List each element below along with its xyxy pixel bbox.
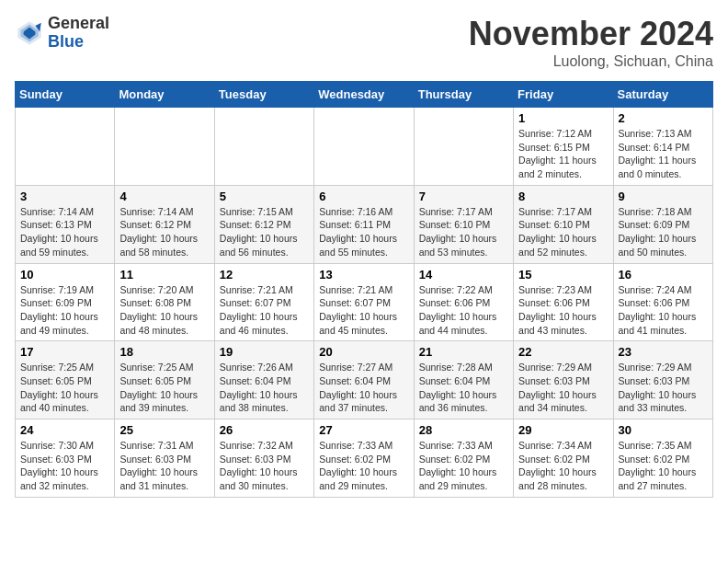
logo-blue-text: Blue bbox=[48, 33, 109, 52]
calendar-cell: 22Sunrise: 7:29 AMSunset: 6:03 PMDayligh… bbox=[514, 341, 613, 419]
page-header: General Blue November 2024 Luolong, Sich… bbox=[15, 15, 713, 70]
day-info: Sunrise: 7:18 AMSunset: 6:09 PMDaylight:… bbox=[619, 205, 708, 259]
day-number: 21 bbox=[419, 345, 508, 359]
calendar-cell: 11Sunrise: 7:20 AMSunset: 6:08 PMDayligh… bbox=[115, 263, 214, 341]
week-row-1: 1Sunrise: 7:12 AMSunset: 6:15 PMDaylight… bbox=[16, 108, 713, 186]
week-row-4: 17Sunrise: 7:25 AMSunset: 6:05 PMDayligh… bbox=[16, 341, 713, 419]
day-info: Sunrise: 7:24 AMSunset: 6:06 PMDaylight:… bbox=[619, 283, 708, 338]
calendar-cell: 1Sunrise: 7:12 AMSunset: 6:15 PMDaylight… bbox=[514, 108, 613, 186]
weekday-header-wednesday: Wednesday bbox=[314, 82, 414, 108]
day-info: Sunrise: 7:25 AMSunset: 6:05 PMDaylight:… bbox=[20, 361, 109, 415]
calendar-cell: 17Sunrise: 7:25 AMSunset: 6:05 PMDayligh… bbox=[16, 341, 115, 419]
day-info: Sunrise: 7:27 AMSunset: 6:04 PMDaylight:… bbox=[319, 361, 408, 415]
day-number: 1 bbox=[518, 111, 608, 125]
calendar-cell: 2Sunrise: 7:13 AMSunset: 6:14 PMDaylight… bbox=[613, 108, 712, 186]
logo-icon bbox=[15, 18, 44, 48]
calendar-cell: 18Sunrise: 7:25 AMSunset: 6:05 PMDayligh… bbox=[115, 341, 214, 419]
location: Luolong, Sichuan, China bbox=[469, 53, 713, 70]
day-info: Sunrise: 7:31 AMSunset: 6:03 PMDaylight:… bbox=[119, 439, 209, 493]
day-info: Sunrise: 7:19 AMSunset: 6:09 PMDaylight:… bbox=[20, 283, 109, 338]
day-number: 2 bbox=[619, 111, 708, 125]
week-row-3: 10Sunrise: 7:19 AMSunset: 6:09 PMDayligh… bbox=[16, 263, 713, 341]
day-info: Sunrise: 7:35 AMSunset: 6:02 PMDaylight:… bbox=[619, 439, 708, 493]
day-info: Sunrise: 7:32 AMSunset: 6:03 PMDaylight:… bbox=[220, 439, 309, 493]
calendar-cell: 29Sunrise: 7:34 AMSunset: 6:02 PMDayligh… bbox=[514, 419, 613, 498]
calendar-cell: 23Sunrise: 7:29 AMSunset: 6:03 PMDayligh… bbox=[613, 341, 712, 419]
day-number: 23 bbox=[619, 345, 708, 359]
calendar-cell: 15Sunrise: 7:23 AMSunset: 6:06 PMDayligh… bbox=[514, 263, 613, 341]
calendar-cell: 30Sunrise: 7:35 AMSunset: 6:02 PMDayligh… bbox=[613, 419, 712, 498]
day-info: Sunrise: 7:23 AMSunset: 6:06 PMDaylight:… bbox=[518, 283, 608, 338]
calendar-cell: 21Sunrise: 7:28 AMSunset: 6:04 PMDayligh… bbox=[414, 341, 513, 419]
day-number: 13 bbox=[319, 268, 408, 282]
calendar-cell: 19Sunrise: 7:26 AMSunset: 6:04 PMDayligh… bbox=[214, 341, 313, 419]
calendar-cell: 27Sunrise: 7:33 AMSunset: 6:02 PMDayligh… bbox=[314, 419, 414, 498]
day-info: Sunrise: 7:34 AMSunset: 6:02 PMDaylight:… bbox=[518, 439, 608, 493]
day-number: 20 bbox=[319, 345, 408, 359]
day-info: Sunrise: 7:29 AMSunset: 6:03 PMDaylight:… bbox=[518, 361, 608, 415]
calendar-cell: 3Sunrise: 7:14 AMSunset: 6:13 PMDaylight… bbox=[16, 185, 115, 263]
day-info: Sunrise: 7:30 AMSunset: 6:03 PMDaylight:… bbox=[20, 439, 109, 493]
weekday-header-sunday: Sunday bbox=[16, 82, 115, 108]
day-number: 19 bbox=[220, 345, 309, 359]
day-info: Sunrise: 7:15 AMSunset: 6:12 PMDaylight:… bbox=[220, 205, 309, 259]
calendar-cell: 6Sunrise: 7:16 AMSunset: 6:11 PMDaylight… bbox=[314, 185, 414, 263]
day-info: Sunrise: 7:17 AMSunset: 6:10 PMDaylight:… bbox=[419, 205, 508, 259]
day-number: 14 bbox=[419, 268, 508, 282]
calendar-cell: 5Sunrise: 7:15 AMSunset: 6:12 PMDaylight… bbox=[214, 185, 313, 263]
calendar-cell: 8Sunrise: 7:17 AMSunset: 6:10 PMDaylight… bbox=[514, 185, 613, 263]
day-number: 10 bbox=[20, 268, 109, 282]
calendar-cell: 9Sunrise: 7:18 AMSunset: 6:09 PMDaylight… bbox=[613, 185, 712, 263]
day-number: 11 bbox=[119, 268, 209, 282]
day-info: Sunrise: 7:13 AMSunset: 6:14 PMDaylight:… bbox=[619, 127, 708, 181]
logo: General Blue bbox=[15, 15, 109, 52]
day-number: 4 bbox=[119, 190, 209, 203]
calendar-cell bbox=[314, 108, 414, 186]
weekday-header-monday: Monday bbox=[115, 82, 214, 108]
day-info: Sunrise: 7:20 AMSunset: 6:08 PMDaylight:… bbox=[119, 283, 209, 338]
calendar-cell: 14Sunrise: 7:22 AMSunset: 6:06 PMDayligh… bbox=[414, 263, 513, 341]
day-number: 25 bbox=[119, 423, 209, 437]
calendar-cell bbox=[414, 108, 513, 186]
day-info: Sunrise: 7:17 AMSunset: 6:10 PMDaylight:… bbox=[518, 205, 608, 259]
day-number: 6 bbox=[319, 190, 408, 203]
day-number: 7 bbox=[419, 190, 508, 203]
day-info: Sunrise: 7:14 AMSunset: 6:13 PMDaylight:… bbox=[20, 205, 109, 259]
day-number: 22 bbox=[518, 345, 608, 359]
day-number: 5 bbox=[220, 190, 309, 203]
day-info: Sunrise: 7:28 AMSunset: 6:04 PMDaylight:… bbox=[419, 361, 508, 415]
day-info: Sunrise: 7:16 AMSunset: 6:11 PMDaylight:… bbox=[319, 205, 408, 259]
calendar-cell: 10Sunrise: 7:19 AMSunset: 6:09 PMDayligh… bbox=[16, 263, 115, 341]
day-number: 18 bbox=[119, 345, 209, 359]
calendar-cell bbox=[115, 108, 214, 186]
week-row-5: 24Sunrise: 7:30 AMSunset: 6:03 PMDayligh… bbox=[16, 419, 713, 498]
calendar-cell: 28Sunrise: 7:33 AMSunset: 6:02 PMDayligh… bbox=[414, 419, 513, 498]
weekday-header-tuesday: Tuesday bbox=[214, 82, 313, 108]
day-info: Sunrise: 7:12 AMSunset: 6:15 PMDaylight:… bbox=[518, 127, 608, 181]
day-number: 28 bbox=[419, 423, 508, 437]
day-info: Sunrise: 7:14 AMSunset: 6:12 PMDaylight:… bbox=[119, 205, 209, 259]
day-info: Sunrise: 7:25 AMSunset: 6:05 PMDaylight:… bbox=[119, 361, 209, 415]
logo-general-text: General bbox=[48, 15, 109, 33]
weekday-header-saturday: Saturday bbox=[613, 82, 712, 108]
day-info: Sunrise: 7:33 AMSunset: 6:02 PMDaylight:… bbox=[419, 439, 508, 493]
day-info: Sunrise: 7:22 AMSunset: 6:06 PMDaylight:… bbox=[419, 283, 508, 338]
calendar-cell: 25Sunrise: 7:31 AMSunset: 6:03 PMDayligh… bbox=[115, 419, 214, 498]
day-number: 24 bbox=[20, 423, 109, 437]
calendar-table: SundayMondayTuesdayWednesdayThursdayFrid… bbox=[15, 81, 713, 498]
day-info: Sunrise: 7:21 AMSunset: 6:07 PMDaylight:… bbox=[220, 283, 309, 338]
day-number: 12 bbox=[220, 268, 309, 282]
day-number: 9 bbox=[619, 190, 708, 203]
calendar-cell: 7Sunrise: 7:17 AMSunset: 6:10 PMDaylight… bbox=[414, 185, 513, 263]
weekday-header-friday: Friday bbox=[514, 82, 613, 108]
day-number: 15 bbox=[518, 268, 608, 282]
day-number: 26 bbox=[220, 423, 309, 437]
calendar-cell: 12Sunrise: 7:21 AMSunset: 6:07 PMDayligh… bbox=[214, 263, 313, 341]
day-info: Sunrise: 7:29 AMSunset: 6:03 PMDaylight:… bbox=[619, 361, 708, 415]
day-number: 30 bbox=[619, 423, 708, 437]
title-area: November 2024 Luolong, Sichuan, China bbox=[469, 15, 713, 70]
calendar-cell: 26Sunrise: 7:32 AMSunset: 6:03 PMDayligh… bbox=[214, 419, 313, 498]
calendar-cell: 13Sunrise: 7:21 AMSunset: 6:07 PMDayligh… bbox=[314, 263, 414, 341]
calendar-cell: 16Sunrise: 7:24 AMSunset: 6:06 PMDayligh… bbox=[613, 263, 712, 341]
calendar-cell: 4Sunrise: 7:14 AMSunset: 6:12 PMDaylight… bbox=[115, 185, 214, 263]
